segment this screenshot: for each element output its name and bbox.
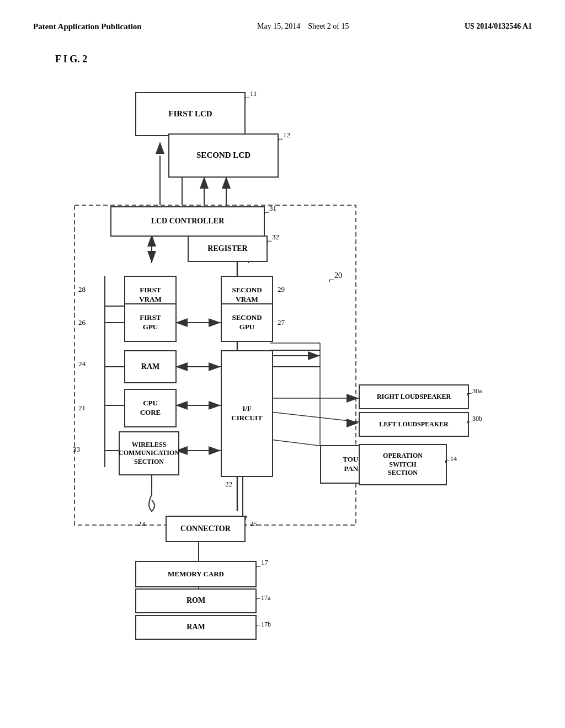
- svg-marker-24: [175, 318, 188, 327]
- publication-title: Patent Application Publication: [33, 22, 142, 31]
- svg-marker-6: [200, 176, 209, 189]
- svg-marker-26: [209, 362, 221, 371]
- ref-bracket-17a: ⌐: [255, 594, 260, 604]
- rom-box: ROM: [135, 588, 257, 613]
- ref-bracket-30b: ⌐: [467, 416, 472, 426]
- if-circuit-ref: 22: [225, 480, 232, 489]
- second-gpu-box: SECOND GPU: [221, 303, 273, 342]
- right-loudspeaker-box: RIGHT LOUDSPEAKER: [359, 384, 469, 409]
- first-lcd-box: FIRST LCD: [135, 92, 246, 136]
- memory-card-ref: 17: [261, 558, 268, 567]
- ref-bracket-12: ⌐: [278, 133, 283, 145]
- rom-ref-text: 17a: [261, 594, 270, 602]
- operation-switch-label: OPERATION SWITCH SECTION: [383, 452, 423, 478]
- register-label: REGISTER: [207, 244, 247, 254]
- ram-card-ref: 17b: [261, 620, 271, 629]
- ram-box: RAM: [124, 350, 177, 383]
- if-circuit-label: I/F CIRCUIT: [231, 404, 262, 423]
- connector-box: CONNECTOR: [166, 516, 246, 542]
- ram-label: RAM: [141, 362, 159, 372]
- fig-label-text: F I G. 2: [55, 53, 87, 65]
- ref-20: 20: [334, 271, 342, 280]
- first-gpu-ref-text: 26: [78, 318, 86, 326]
- svg-line-50: [270, 412, 359, 422]
- left-loudspeaker-box: LEFT LOUDSPEAKER: [359, 412, 469, 437]
- svg-marker-41: [308, 351, 320, 360]
- ref-bracket-32: ⌐: [266, 235, 272, 247]
- cpu-core-box: CPU CORE: [124, 389, 177, 427]
- if-circuit-box: I/F CIRCUIT: [221, 350, 273, 477]
- svg-marker-23: [209, 318, 221, 327]
- rom-label: ROM: [186, 596, 205, 606]
- svg-marker-29: [209, 401, 221, 410]
- left-loudspeaker-label: LEFT LOUDSPEAKER: [379, 420, 448, 429]
- cpu-core-ref: 21: [78, 404, 86, 413]
- first-vram-ref: 28: [78, 285, 86, 294]
- patent-number: US 2014/0132546 A1: [465, 22, 532, 30]
- diagram-area: F I G. 2: [33, 48, 532, 688]
- cpu-core-label: CPU CORE: [140, 399, 161, 417]
- register-ref-text: 32: [272, 233, 279, 241]
- svg-marker-4: [156, 142, 164, 154]
- second-gpu-ref-text: 27: [278, 318, 285, 326]
- connector-ref-text: 23: [138, 520, 145, 528]
- right-loudspeaker-ref-text: 30a: [472, 387, 482, 395]
- ram-card-box: RAM: [135, 615, 257, 640]
- sheet-info: Sheet 2 of 15: [308, 22, 349, 30]
- svg-marker-32: [209, 446, 221, 455]
- svg-marker-51: [347, 419, 359, 427]
- lcd-controller-label: LCD CONTROLLER: [151, 216, 225, 226]
- first-vram-ref-text: 28: [78, 285, 86, 293]
- memory-card-label: MEMORY CARD: [168, 570, 224, 579]
- svg-marker-30: [175, 401, 188, 410]
- cpu-core-ref-text: 21: [78, 404, 86, 412]
- right-loudspeaker-label: RIGHT LOUDSPEAKER: [377, 393, 451, 402]
- wireless-box: WIRELESS COMMUNICATION SECTION: [119, 431, 179, 475]
- first-lcd-label: FIRST LCD: [168, 109, 212, 120]
- memory-card-box: MEMORY CARD: [135, 561, 257, 587]
- second-gpu-label: SECOND GPU: [232, 313, 262, 332]
- ref-bracket-17: ⌐: [255, 561, 261, 572]
- ref-bracket-20: ⌐: [329, 274, 334, 286]
- connector-label: CONNECTOR: [180, 524, 231, 534]
- ref-bracket-17b: ⌐: [255, 620, 260, 630]
- header-center: May 15, 2014 Sheet 2 of 15: [257, 22, 349, 31]
- memory-card-ref-text: 17: [261, 558, 268, 566]
- header: Patent Application Publication May 15, 2…: [33, 22, 532, 31]
- svg-marker-12: [147, 251, 156, 263]
- second-vram-label: SECOND VRAM: [232, 286, 262, 304]
- second-vram-ref-text: 29: [278, 285, 285, 293]
- ref-bracket-11: ⌐: [244, 92, 250, 104]
- second-lcd-box: SECOND LCD: [168, 133, 279, 178]
- if-circuit-ref-text: 22: [225, 480, 232, 488]
- left-loudspeaker-ref-text: 30b: [472, 415, 482, 422]
- operation-switch-ref-text: 14: [450, 455, 457, 463]
- lcd-controller-ref: 31: [269, 204, 276, 213]
- operation-switch-ref: 14: [450, 455, 457, 463]
- fig-label: F I G. 2: [55, 53, 87, 65]
- second-lcd-label: SECOND LCD: [196, 150, 250, 161]
- second-vram-ref: 29: [278, 285, 285, 294]
- svg-marker-49: [347, 394, 359, 403]
- left-loudspeaker-ref: 30b: [472, 415, 482, 423]
- header-left: Patent Application Publication: [33, 22, 142, 31]
- first-gpu-box: FIRST GPU: [124, 303, 177, 342]
- first-gpu-label: FIRST GPU: [140, 313, 161, 332]
- ram-ref-text: 24: [78, 360, 86, 368]
- wireless-label: WIRELESS COMMUNICATION SECTION: [119, 441, 179, 467]
- ref-25: 25: [250, 520, 257, 528]
- first-lcd-ref: 11: [250, 89, 257, 98]
- ram-ref: 24: [78, 360, 86, 368]
- lcd-controller-ref-text: 31: [269, 204, 276, 212]
- wireless-ref: 33: [73, 445, 80, 454]
- register-box: REGISTER: [188, 235, 268, 262]
- first-vram-label: FIRST VRAM: [139, 286, 161, 304]
- wireless-ref-text: 33: [73, 445, 80, 453]
- second-lcd-ref-text: 12: [283, 131, 290, 139]
- second-lcd-ref: 12: [283, 131, 290, 140]
- ref-20-text: 20: [334, 271, 342, 280]
- register-ref: 32: [272, 233, 279, 242]
- right-loudspeaker-ref: 30a: [472, 387, 482, 395]
- ref-bracket-30a: ⌐: [467, 389, 472, 399]
- svg-marker-8: [222, 176, 231, 189]
